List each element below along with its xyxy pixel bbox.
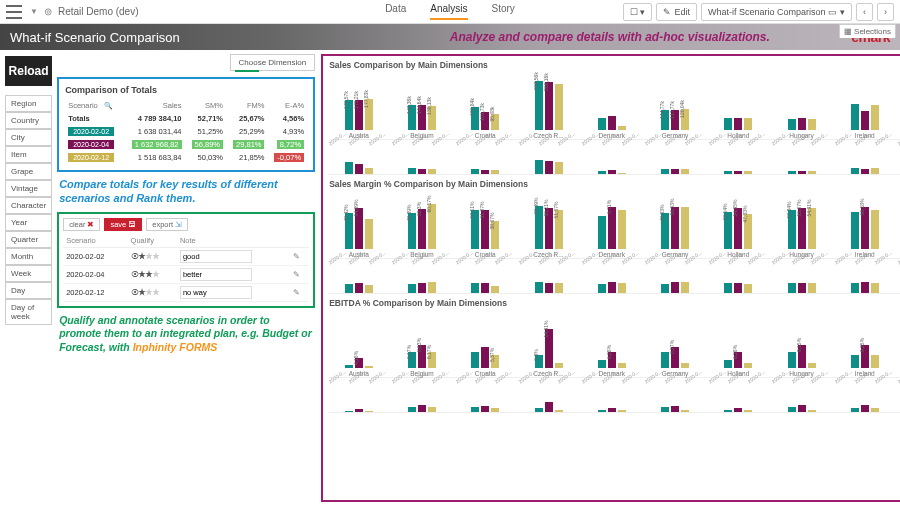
chevron-down-icon[interactable]: ▼ — [30, 7, 38, 16]
rating-stars[interactable]: ⦿★★★ — [131, 288, 159, 297]
chart: Sales Comparison by Main Dimensions170,5… — [329, 60, 900, 175]
dim-grape[interactable]: Grape — [5, 163, 52, 180]
sheet-picker[interactable]: What-if Scenario Comparison ▭ ▾ — [701, 3, 852, 21]
title-callout: Analyze and compare details with ad-hoc … — [450, 30, 851, 44]
totals-title: Comparison of Totals — [65, 85, 307, 95]
note-input[interactable] — [180, 250, 252, 263]
dim-character[interactable]: Character — [5, 197, 52, 214]
callout-compare: Compare totals for key results of differ… — [57, 178, 315, 206]
rating-stars[interactable]: ⦿★★★ — [131, 270, 159, 279]
charts-panel: Sales Comparison by Main Dimensions170,5… — [321, 54, 900, 502]
table-row[interactable]: 2020-02-121 518 683,8450,03%21,85%-0,07% — [65, 151, 307, 164]
table-row: 2020-02-04⦿★★★✎ — [63, 265, 309, 283]
app-bar: ▼ ⊚ Retail Demo (dev) Data Analysis Stor… — [0, 0, 900, 24]
save-button[interactable]: save 🖫 — [104, 218, 142, 231]
clear-button[interactable]: clear ✖ — [63, 218, 100, 231]
dim-day-of-week[interactable]: Day of week — [5, 299, 52, 325]
rating-stars[interactable]: ⦿★★★ — [131, 252, 159, 261]
dim-year[interactable]: Year — [5, 214, 52, 231]
chart: EBITDA % Comparison by Main Dimensions4,… — [329, 298, 900, 413]
dim-day[interactable]: Day — [5, 282, 52, 299]
export-icon: ⇲ — [175, 220, 182, 229]
prev-sheet-button[interactable]: ‹ — [856, 3, 873, 21]
reload-button[interactable]: Reload — [5, 56, 52, 86]
app-title: Retail Demo (dev) — [58, 6, 139, 17]
tab-data[interactable]: Data — [385, 3, 406, 20]
export-button[interactable]: export ⇲ — [146, 218, 188, 231]
bookmark-button[interactable]: ☐ ▾ — [623, 3, 653, 21]
edit-button[interactable]: ✎ Edit — [656, 3, 697, 21]
dim-vintage[interactable]: Vintage — [5, 180, 52, 197]
sidebar: Reload RegionCountryCityItemGrapeVintage… — [0, 50, 57, 506]
dim-week[interactable]: Week — [5, 265, 52, 282]
table-row: 2020-02-02⦿★★★✎ — [63, 247, 309, 265]
dim-quarter[interactable]: Quarter — [5, 231, 52, 248]
edit-icon[interactable]: ✎ — [290, 265, 309, 283]
dim-item[interactable]: Item — [5, 146, 52, 163]
close-icon: ✖ — [87, 220, 94, 229]
table-row: 2020-02-12⦿★★★✎ — [63, 283, 309, 301]
note-input[interactable] — [180, 268, 252, 281]
chart: Sales Margin % Comparison by Main Dimens… — [329, 179, 900, 294]
search-icon[interactable]: 🔍 — [104, 102, 113, 109]
dim-city[interactable]: City — [5, 129, 52, 146]
table-row[interactable]: 2020-02-021 638 031,4451,25%25,29%4,93% — [65, 125, 307, 138]
edit-icon[interactable]: ✎ — [290, 247, 309, 265]
page-title: What-if Scenario Comparison — [10, 30, 180, 45]
forms-table: ScenarioQualifyNote 2020-02-02⦿★★★✎2020-… — [63, 234, 309, 302]
tab-story[interactable]: Story — [492, 3, 515, 20]
dim-month[interactable]: Month — [5, 248, 52, 265]
tab-analysis[interactable]: Analysis — [430, 3, 467, 20]
globe-icon: ⊚ — [44, 6, 52, 17]
note-input[interactable] — [180, 286, 252, 299]
totals-panel: Comparison of Totals Scenario 🔍SalesSM%F… — [57, 77, 315, 172]
next-sheet-button[interactable]: › — [877, 3, 894, 21]
title-bar: What-if Scenario Comparison Analyze and … — [0, 24, 900, 50]
selections-toggle[interactable]: ▦ Selections — [839, 24, 896, 38]
edit-icon[interactable]: ✎ — [290, 283, 309, 301]
nav-tabs: Data Analysis Story — [385, 3, 515, 20]
choose-dimension-button[interactable]: Choose Dimension — [230, 54, 316, 71]
dim-country[interactable]: Country — [5, 112, 52, 129]
callout-qualify: Qualify and annotate scenarios in order … — [57, 314, 315, 355]
menu-icon[interactable] — [6, 5, 22, 19]
totals-table: Scenario 🔍SalesSM%FM%E-A% Totals4 789 38… — [65, 99, 307, 164]
table-row[interactable]: 2020-02-041 632 968,8256,89%29,81%8,72% — [65, 138, 307, 151]
forms-panel: clear ✖ save 🖫 export ⇲ ScenarioQualifyN… — [57, 212, 315, 308]
dim-region[interactable]: Region — [5, 95, 52, 112]
